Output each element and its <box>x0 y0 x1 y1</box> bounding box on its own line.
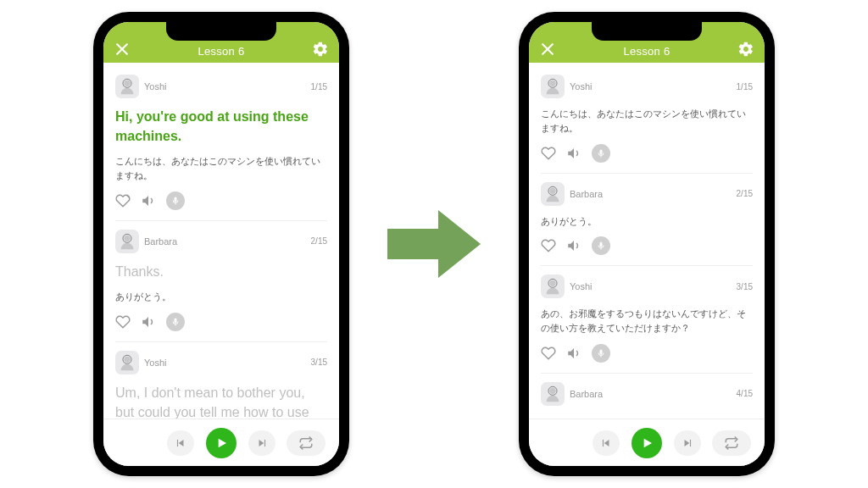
lesson-content-right: Yoshi 1/15 こんにちは、あなたはこのマシンを使い慣れていますね。 Ba… <box>529 63 765 419</box>
speaker-icon[interactable] <box>566 146 581 161</box>
next-button[interactable] <box>248 430 275 456</box>
svg-rect-38 <box>690 439 691 446</box>
microphone-icon[interactable] <box>592 344 610 363</box>
speaker-icon[interactable] <box>566 238 581 253</box>
conversation-card: Barbara 2/15 ありがとう。 <box>541 173 753 266</box>
japanese-line: ありがとう。 <box>541 214 753 229</box>
notch <box>166 22 276 41</box>
step-counter: 3/15 <box>737 282 753 291</box>
conversation-card: Yoshi 1/15 Hi, you're good at using thes… <box>115 63 327 220</box>
speaker-name: Barbara <box>144 236 177 247</box>
speaker-icon[interactable] <box>141 193 156 208</box>
play-button[interactable] <box>632 428 662 458</box>
japanese-line: ありがとう。 <box>115 290 327 304</box>
prev-button[interactable] <box>593 430 620 456</box>
svg-marker-16 <box>259 439 264 446</box>
speaker-name: Yoshi <box>144 81 167 92</box>
speaker-name: Yoshi <box>570 281 593 291</box>
screen-left: Lesson 6 Yoshi 1/15 Hi, you're good at u… <box>103 22 339 466</box>
svg-marker-36 <box>644 438 652 447</box>
screen-right: Lesson 6 Yoshi 1/15 こんにちは、あなたはこのマシンを使い慣れ… <box>529 22 765 466</box>
step-counter: 2/15 <box>737 189 753 198</box>
svg-rect-22 <box>600 149 603 154</box>
svg-point-21 <box>549 80 555 86</box>
svg-rect-35 <box>603 439 604 446</box>
svg-rect-17 <box>264 439 265 446</box>
svg-rect-9 <box>175 318 177 323</box>
play-button[interactable] <box>206 428 236 458</box>
lesson-content-left: Yoshi 1/15 Hi, you're good at using thes… <box>103 63 339 419</box>
lesson-title: Lesson 6 <box>131 45 312 58</box>
japanese-line: こんにちは、あなたはこのマシンを使い慣れていますね。 <box>541 107 753 136</box>
phone-right: Lesson 6 Yoshi 1/15 こんにちは、あなたはこのマシンを使い慣れ… <box>519 12 775 476</box>
svg-marker-37 <box>685 439 690 446</box>
svg-point-33 <box>549 388 555 394</box>
phone-left: Lesson 6 Yoshi 1/15 Hi, you're good at u… <box>93 12 349 476</box>
heart-icon[interactable] <box>541 146 556 161</box>
player-bar <box>529 419 765 466</box>
conversation-card: Yoshi 1/15 こんにちは、あなたはこのマシンを使い慣れていますね。 <box>541 63 753 173</box>
microphone-icon[interactable] <box>166 191 185 210</box>
close-icon[interactable] <box>539 41 556 58</box>
speaker-name: Yoshi <box>144 358 167 368</box>
conversation-card: Yoshi 3/15 あの、お邪魔をするつもりはないんですけど、その使い方を教え… <box>541 265 753 373</box>
svg-rect-30 <box>600 349 603 354</box>
notch <box>592 22 702 41</box>
step-counter: 1/15 <box>737 82 753 92</box>
heart-icon[interactable] <box>541 346 556 361</box>
avatar <box>541 274 565 298</box>
heart-icon[interactable] <box>115 314 131 330</box>
gear-icon[interactable] <box>737 41 754 58</box>
svg-marker-15 <box>219 438 226 447</box>
svg-rect-14 <box>177 439 178 446</box>
avatar <box>541 75 565 98</box>
close-icon[interactable] <box>114 41 131 58</box>
conversation-card: Barbara 4/15 <box>541 373 753 416</box>
lesson-title: Lesson 6 <box>556 45 737 58</box>
speaker-name: Barbara <box>570 389 603 399</box>
english-line: Thanks. <box>115 262 327 281</box>
avatar <box>115 75 139 98</box>
avatar <box>541 182 565 206</box>
svg-marker-34 <box>604 439 609 446</box>
english-line: Um, I don't mean to bother you, but coul… <box>115 383 327 419</box>
svg-line-4 <box>127 195 130 197</box>
english-line: Hi, you're good at using these machines. <box>115 107 327 146</box>
step-counter: 3/15 <box>311 358 327 367</box>
step-counter: 4/15 <box>737 389 753 398</box>
step-counter: 1/15 <box>311 82 327 92</box>
conversation-card: Barbara 2/15 Thanks. ありがとう。 <box>115 220 327 341</box>
speaker-name: Yoshi <box>570 81 593 92</box>
speaker-icon[interactable] <box>141 314 156 330</box>
conversation-card: Yoshi 3/15 Um, I don't mean to bother yo… <box>115 341 327 419</box>
player-bar <box>103 419 339 466</box>
speaker-icon[interactable] <box>566 346 581 361</box>
arrow-icon <box>383 202 485 286</box>
svg-point-25 <box>549 187 555 193</box>
svg-point-29 <box>549 280 555 286</box>
svg-point-2 <box>124 80 130 86</box>
microphone-icon[interactable] <box>592 236 610 255</box>
microphone-icon[interactable] <box>592 144 610 163</box>
svg-rect-5 <box>175 197 177 202</box>
loop-button[interactable] <box>712 430 751 456</box>
step-counter: 2/15 <box>311 236 327 246</box>
svg-rect-26 <box>600 242 603 247</box>
japanese-line: こんにちは、あなたはこのマシンを使い慣れていますね。 <box>115 154 327 183</box>
gear-icon[interactable] <box>312 41 329 58</box>
microphone-icon[interactable] <box>166 313 185 331</box>
heart-icon[interactable] <box>541 238 556 253</box>
svg-point-12 <box>124 357 130 363</box>
next-button[interactable] <box>674 430 701 456</box>
heart-icon[interactable] <box>115 193 131 208</box>
avatar <box>115 230 139 253</box>
svg-point-8 <box>124 236 130 241</box>
prev-button[interactable] <box>167 430 194 456</box>
japanese-line: あの、お邪魔をするつもりはないんですけど、その使い方を教えていただけますか？ <box>541 307 753 336</box>
avatar <box>541 382 565 406</box>
svg-marker-13 <box>179 439 184 446</box>
speaker-name: Barbara <box>570 189 603 199</box>
avatar <box>115 351 139 374</box>
loop-button[interactable] <box>287 430 326 456</box>
